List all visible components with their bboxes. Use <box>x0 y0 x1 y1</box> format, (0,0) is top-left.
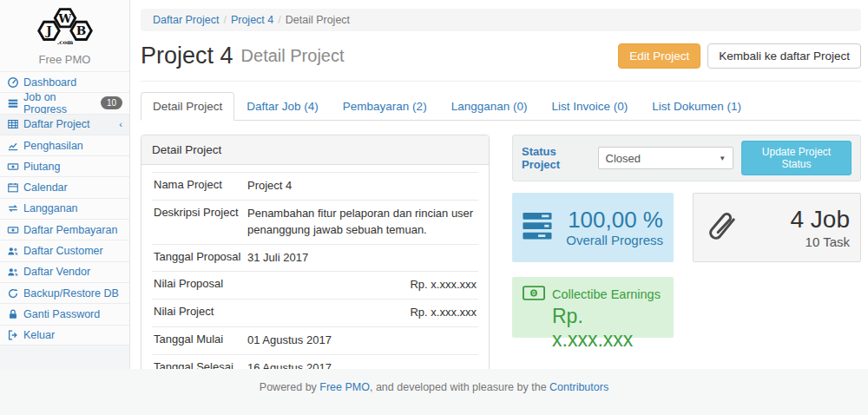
row-label: Nilai Project <box>154 305 247 321</box>
tab-detail-project[interactable]: Detail Project <box>141 92 234 121</box>
overall-progress-caption: Overall Progress <box>554 233 663 247</box>
lock-icon <box>7 308 19 320</box>
row-label: Nama Project <box>154 178 247 194</box>
breadcrumb-link-project-4[interactable]: Project 4 <box>231 14 273 26</box>
job-count-value: 4 Job <box>739 206 850 234</box>
money-bill-icon: 0 <box>523 286 545 303</box>
status-select-value: Closed <box>606 152 641 165</box>
money-icon <box>7 224 19 236</box>
row-label: Deskripsi Project <box>154 206 247 239</box>
sidebar-item-calendar[interactable]: Calendar <box>0 176 129 197</box>
users-icon <box>7 266 19 278</box>
detail-row-tanggal-proposal: Tanggal Proposal 31 Juli 2017 <box>152 244 478 272</box>
line-chart-icon <box>7 140 19 152</box>
footer-text: Powered by <box>260 381 319 393</box>
svg-text:W: W <box>57 11 72 25</box>
breadcrumb: Daftar Project/Project 4/Detail Project <box>141 9 861 31</box>
sidebar-item-label: Calendar <box>23 181 68 194</box>
row-value: Project 4 <box>247 178 477 194</box>
tab-langganan[interactable]: Langganan (0) <box>439 92 540 121</box>
status-project-bar: Status Project Closed ▼ Update Project S… <box>512 135 861 181</box>
tab-list-invoice[interactable]: List Invoice (0) <box>539 92 640 121</box>
tab-daftar-job[interactable]: Daftar Job (4) <box>234 92 331 121</box>
tasks-icon <box>7 97 19 109</box>
chevron-left-icon: ‹ <box>119 119 122 129</box>
sidebar-item-keluar[interactable]: Keluar <box>0 325 129 346</box>
detail-row-nama-project: Nama Project Project 4 <box>152 172 478 200</box>
job-count-badge: 10 <box>101 96 122 109</box>
brand-name: Free PMO <box>0 53 129 66</box>
sidebar-item-penghasilan[interactable]: Penghasilan <box>0 135 129 155</box>
svg-text:0: 0 <box>532 290 536 296</box>
sidebar-item-job-on-progress[interactable]: Job on Progress 10 <box>0 92 129 113</box>
sidebar-item-backup-restore-db[interactable]: Backup/Restore DB <box>0 282 129 303</box>
paperclip-icon <box>704 209 739 246</box>
sidebar-item-label: Penghasilan <box>23 140 83 152</box>
contributors-link[interactable]: Contributors <box>549 381 608 393</box>
sidebar-item-daftar-customer[interactable]: Daftar Customer <box>0 240 129 260</box>
tab-list-dokumen[interactable]: List Dokumen (1) <box>640 92 753 121</box>
main-content: Daftar Project/Project 4/Detail Project … <box>130 0 868 369</box>
panel-title: Detail Project <box>141 135 489 165</box>
row-value: Rp. x.xxx.xxx <box>247 277 477 293</box>
breadcrumb-separator: / <box>223 14 226 26</box>
select-arrow-icon: ▼ <box>719 155 726 162</box>
row-value: 01 Agustus 2017 <box>247 333 477 349</box>
detail-row-tanggal-mulai: Tanggal Mulai 01 Agustus 2017 <box>152 326 478 354</box>
svg-text:J: J <box>45 23 51 37</box>
detail-row-deskripsi-project: Deskripsi Project Penambahan fitur pelap… <box>152 200 478 244</box>
svg-text:B: B <box>76 23 86 37</box>
edit-project-button[interactable]: Edit Project <box>618 43 700 69</box>
sidebar-item-label: Daftar Pembayaran <box>23 224 117 236</box>
dashboard-icon <box>7 76 19 89</box>
sidebar-item-label: Dashboard <box>23 76 76 89</box>
update-project-status-button[interactable]: Update Project Status <box>741 141 852 175</box>
tab-pembayaran[interactable]: Pembayaran (2) <box>331 92 439 121</box>
row-value: Penambahan fitur pelaporan dan rincian u… <box>247 206 477 239</box>
back-to-project-list-button[interactable]: Kembali ke daftar Project <box>707 43 861 69</box>
detail-row-nilai-proposal: Nilai Proposal Rp. x.xxx.xxx <box>152 271 478 299</box>
refresh-icon <box>7 287 19 300</box>
sidebar-item-ganti-password[interactable]: Ganti Password <box>0 303 129 324</box>
free-pmo-link[interactable]: Free PMO <box>319 381 370 393</box>
jwb-logo-icon: J B W .com <box>31 35 99 49</box>
overall-progress-value: 100,00 % <box>554 208 663 234</box>
sidebar-item-label: Backup/Restore DB <box>23 287 119 300</box>
tasks-bars-icon <box>523 213 554 243</box>
sidebar-item-label: Ganti Password <box>23 308 100 320</box>
page-subtitle: Detail Project <box>241 46 345 66</box>
page-header: Project 4 Detail Project Edit Project Ke… <box>141 43 861 82</box>
job-task-card: 4 Job 10 Task <box>693 193 861 262</box>
footer-text: , and developed with pleasure by the <box>370 381 549 393</box>
status-project-label: Status Project <box>522 145 590 171</box>
sidebar-item-label: Daftar Project <box>23 118 89 130</box>
sidebar-item-daftar-pembayaran[interactable]: Daftar Pembayaran <box>0 219 129 240</box>
row-label: Tanggal Proposal <box>154 250 247 267</box>
repeat-icon <box>7 202 19 214</box>
money-icon <box>7 161 19 173</box>
breadcrumb-separator: / <box>278 14 280 26</box>
sidebar-item-label: Langganan <box>23 202 78 214</box>
sidebar-item-piutang[interactable]: Piutang <box>0 155 129 176</box>
footer: Powered by Free PMO, and developed with … <box>0 369 868 415</box>
sidebar-item-daftar-vendor[interactable]: Daftar Vendor <box>0 261 129 282</box>
detail-row-nilai-project: Nilai Project Rp. x.xxx.xxx <box>152 299 478 326</box>
row-label: Tanggal Mulai <box>154 333 247 349</box>
sidebar-item-daftar-project[interactable]: Daftar Project ‹ <box>0 114 129 135</box>
sidebar-item-dashboard[interactable]: Dashboard <box>0 71 129 92</box>
breadcrumb-link-daftar-project[interactable]: Daftar Project <box>153 14 219 26</box>
sidebar-item-label: Daftar Customer <box>23 245 103 257</box>
sidebar-item-label: Job on Progress <box>23 91 101 115</box>
sidebar-item-langganan[interactable]: Langganan <box>0 198 129 219</box>
app-window: J B W .com Free PMO Dashboard Job on Pro… <box>0 0 868 369</box>
collectible-earnings-card: 0 Collectibe Earnings Rp. x.xxx.xxx <box>512 277 674 338</box>
row-value: Rp. x.xxx.xxx <box>247 305 477 321</box>
status-select[interactable]: Closed ▼ <box>598 147 733 169</box>
table-icon <box>7 118 19 130</box>
sidebar-item-label: Daftar Vendor <box>23 266 90 278</box>
users-icon <box>7 245 19 257</box>
sidebar-item-label: Piutang <box>23 161 60 173</box>
sign-out-icon <box>7 329 19 341</box>
page-title: Project 4 <box>141 43 233 69</box>
earnings-caption: Collectibe Earnings <box>552 287 661 301</box>
